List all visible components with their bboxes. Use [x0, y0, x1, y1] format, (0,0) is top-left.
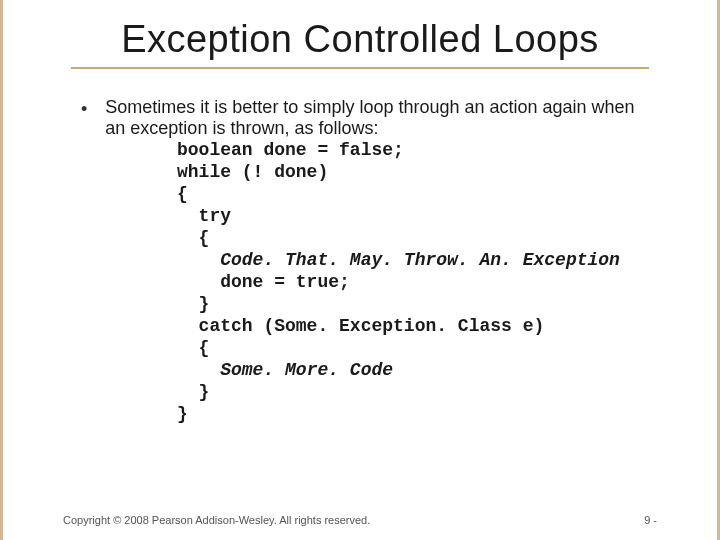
code-line: while (! done)	[177, 162, 328, 182]
code-line-italic: Code. That. May. Throw. An. Exception	[220, 250, 620, 270]
title-underline	[71, 67, 649, 69]
slide-title: Exception Controlled Loops	[23, 18, 697, 61]
bullet-dot-icon: •	[81, 99, 87, 121]
slide-content: • Sometimes it is better to simply loop …	[23, 97, 697, 426]
code-line: }	[177, 404, 188, 424]
code-line-italic: Some. More. Code	[220, 360, 393, 380]
code-line: done = true;	[177, 272, 350, 292]
bullet-text: Sometimes it is better to simply loop th…	[105, 97, 657, 138]
code-line: }	[177, 294, 209, 314]
code-line: {	[177, 228, 209, 248]
code-line: try	[177, 206, 231, 226]
code-line: boolean done = false;	[177, 140, 404, 160]
code-line: {	[177, 338, 209, 358]
slide-footer: Copyright © 2008 Pearson Addison-Wesley.…	[63, 514, 657, 526]
code-block: boolean done = false; while (! done) { t…	[177, 140, 657, 425]
code-line: catch (Some. Exception. Class e)	[177, 316, 544, 336]
code-line: }	[177, 382, 209, 402]
slide: Exception Controlled Loops • Sometimes i…	[0, 0, 720, 540]
page-number: 9 -	[644, 514, 657, 526]
code-line: {	[177, 184, 188, 204]
code-line-indent	[177, 250, 220, 270]
code-line-indent	[177, 360, 220, 380]
copyright-text: Copyright © 2008 Pearson Addison-Wesley.…	[63, 514, 370, 526]
bullet-item: • Sometimes it is better to simply loop …	[81, 97, 657, 138]
